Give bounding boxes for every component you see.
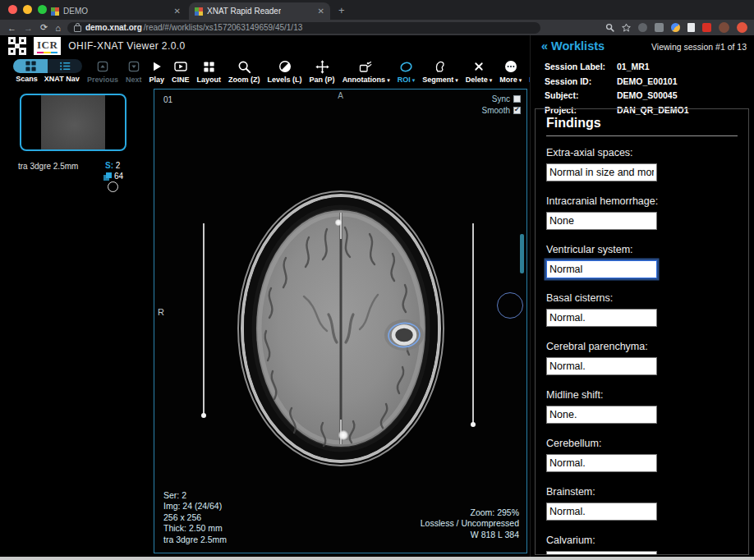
toolbar-button-delete[interactable]: Delete▾ (463, 59, 495, 84)
smooth-toggle[interactable]: Smooth (482, 106, 521, 115)
play-icon (151, 59, 163, 74)
toolbar-label: Levels (L) (268, 76, 302, 84)
scan-thumbnail-label: tra 3dgre 2.5mm (18, 162, 78, 171)
finding-input-cerebral-parenchyma[interactable] (546, 357, 657, 375)
extension-icon[interactable] (655, 23, 664, 32)
finding-field-basal-cisterns: Basal cisterns: (546, 292, 738, 327)
browser-tab-demo[interactable]: DEMO ✕ (45, 2, 186, 20)
stack-scrollbar[interactable] (520, 234, 524, 273)
worklist-panel: « Worklists Viewing session #1 of 13 Ses… (530, 35, 754, 557)
profile-avatar[interactable] (719, 22, 729, 33)
toolbar-button-zoom-z[interactable]: Zoom (Z) (226, 59, 263, 84)
annotations-icon (359, 59, 373, 74)
session-info-value: DEMO_E00101 (617, 76, 678, 86)
desktop-edge (0, 557, 754, 560)
pan-icon (315, 59, 329, 74)
roi-ellipse-icon (399, 59, 413, 74)
new-tab-button[interactable]: + (338, 4, 345, 16)
finding-input-cerebellum[interactable] (546, 454, 657, 472)
overlay-line: tra 3dgre 2.5mm (163, 535, 227, 546)
extension-icon[interactable] (671, 23, 680, 32)
browser-menu-icon[interactable] (737, 22, 747, 33)
toolbar-button-levels-l[interactable]: Levels (L) (265, 59, 305, 84)
xnat-logo (8, 37, 26, 55)
findings-form: Findings Extra-axial spaces:Intracranial… (535, 108, 749, 555)
series-number: S: 2 (105, 161, 120, 170)
scan-thumbnail[interactable] (20, 94, 126, 151)
toolbar-label: Next (126, 76, 142, 84)
finding-field-intracranial-hemorrhage: Intracranial hemorrhage: (546, 195, 738, 230)
finding-field-brainstem: Brainstem: (546, 486, 738, 521)
toolbar-button-previous[interactable]: Previous (85, 59, 121, 84)
extension-icon[interactable] (702, 23, 711, 32)
finding-input-intracranial-hemorrhage[interactable] (546, 212, 657, 230)
toolbar-button-pan-p[interactable]: Pan (P) (307, 59, 338, 84)
tab-close-icon[interactable]: ✕ (318, 7, 324, 16)
finding-field-calvarium: Calvarium: (546, 535, 738, 555)
findings-title: Findings (546, 116, 738, 131)
icr-logo: ICR (34, 37, 61, 56)
finding-input-ventricular-system[interactable] (546, 260, 657, 278)
forward-icon[interactable]: → (24, 23, 33, 33)
window-close-button[interactable] (8, 5, 17, 14)
session-info-label: Session ID: (545, 76, 617, 86)
orientation-marker-r: R (158, 307, 164, 317)
image-viewport[interactable]: 01 A Sync Smooth R Ser: 2Img: 24 (24/64)… (154, 89, 527, 553)
layout-grid-icon (203, 59, 215, 74)
xnat-nav-button[interactable] (48, 59, 82, 73)
zoom-page-icon[interactable] (605, 23, 614, 32)
window-minimize-button[interactable] (23, 5, 32, 14)
session-info: Session Label:01_MR1Session ID:DEMO_E001… (545, 62, 754, 115)
toolbar-button-cine[interactable]: CINE (169, 59, 192, 84)
finding-label: Basal cisterns: (546, 292, 738, 304)
toolbar-button-next[interactable]: Next (123, 59, 145, 84)
home-icon[interactable]: ⌂ (55, 23, 61, 33)
ellipse-tool-cursor (497, 292, 523, 319)
tab-label: XNAT Rapid Reader (207, 7, 281, 16)
delete-x-icon (474, 59, 484, 74)
finding-input-basal-cisterns[interactable] (546, 309, 657, 327)
scan-browser-panel: tra 3dgre 2.5mm S: 2 64 (0, 86, 153, 557)
sync-checkbox[interactable] (513, 95, 521, 103)
tab-label: DEMO (63, 7, 88, 16)
toolbar-button-play[interactable]: Play (147, 59, 168, 84)
scans-button[interactable] (13, 59, 48, 73)
toolbar-label: Segment (422, 76, 453, 84)
segment-icon (434, 59, 447, 74)
more-dots-icon (504, 59, 517, 74)
roi-indicator-icon (108, 181, 118, 192)
toolbar-button-segment[interactable]: Segment▾ (420, 59, 461, 84)
caret-down-icon: ▾ (387, 77, 390, 83)
toolbar-label: More (499, 76, 517, 84)
bookmark-star-icon[interactable] (622, 23, 631, 32)
finding-field-cerebellum: Cerebellum: (546, 438, 738, 472)
caret-down-icon: ▾ (412, 77, 416, 83)
extension-icon[interactable] (638, 23, 647, 32)
finding-input-extra-axial-spaces[interactable] (546, 163, 657, 181)
browser-tab-xnat-rapid-reader[interactable]: XNAT Rapid Reader ✕ (189, 2, 330, 20)
finding-label: Ventricular system: (546, 244, 738, 255)
finding-input-calvarium[interactable] (546, 551, 657, 555)
toolbar-button-roi[interactable]: ROI▾ (395, 59, 418, 84)
back-icon[interactable]: ← (7, 23, 16, 33)
extension-icon[interactable] (687, 23, 695, 32)
sync-toggle[interactable]: Sync (492, 94, 521, 103)
finding-input-midline-shift[interactable] (546, 406, 657, 424)
finding-input-brainstem[interactable] (546, 503, 657, 521)
reload-icon[interactable]: ⟳ (40, 22, 48, 33)
box-caret-down-icon (128, 59, 140, 74)
toolbar-button-more[interactable]: More▾ (497, 59, 524, 84)
address-bar[interactable]: demo.xnat.org /read/#/worklists/xs157206… (67, 22, 540, 34)
finding-label: Extra-axial spaces: (546, 147, 738, 158)
worklists-back-link[interactable]: « Worklists (541, 39, 605, 53)
toolbar-button-layout[interactable]: Layout (195, 59, 224, 84)
mri-axial-brain-image (154, 90, 526, 553)
ohif-xnat-app: ICR OHIF-XNAT Viewer 2.0.0 Scans XNAT Na… (0, 35, 754, 557)
toolbar-label: Previous (87, 76, 118, 84)
tab-close-icon[interactable]: ✕ (174, 7, 181, 16)
toolbar-button-annotations[interactable]: Annotations▾ (340, 59, 393, 84)
smooth-checkbox[interactable] (513, 107, 521, 114)
url-path: /read/#/worklists/xs1572063149659/45/1/1… (144, 23, 302, 32)
levels-icon (278, 59, 292, 74)
scans-label: Scans (16, 75, 38, 83)
